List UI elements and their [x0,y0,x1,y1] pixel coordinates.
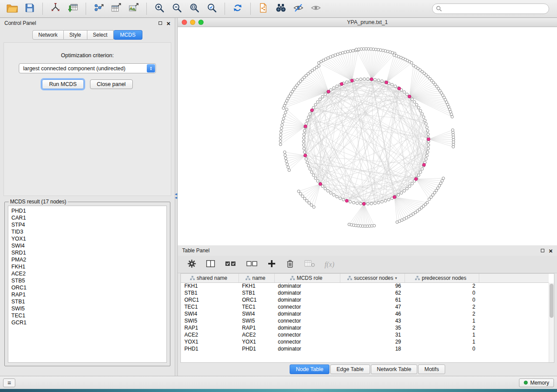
tab-edge-table[interactable]: Edge Table [330,364,370,374]
table-row[interactable]: PHD1PHD1dominator180 [181,345,549,352]
table-cell[interactable]: 46 [340,310,405,317]
column-header-shared-name[interactable]: shared name [181,274,239,282]
export-network-button[interactable] [91,2,107,16]
result-item[interactable]: ORC1 [11,284,163,291]
table-cell[interactable]: 18 [340,345,405,352]
result-item[interactable]: STB5 [11,277,163,284]
column-header-predecessor-nodes[interactable]: predecessor nodes [405,274,479,282]
table-cell[interactable]: connector [274,303,340,310]
show-all-button[interactable] [308,2,324,16]
close-panel-icon[interactable]: × [166,20,170,27]
table-cell[interactable]: RAP1 [181,324,239,331]
float-panel-icon[interactable] [159,21,162,25]
table-row[interactable]: RAP1RAP1dominator352 [181,324,549,331]
result-item[interactable]: STB1 [11,298,163,305]
table-cell[interactable]: 0 [405,345,479,352]
delete-column-button[interactable] [285,259,295,270]
search-input[interactable] [432,3,549,14]
close-panel-button[interactable]: Close panel [90,79,133,89]
table-cell[interactable]: SWI5 [239,317,274,324]
table-cell[interactable]: YOX1 [181,338,239,345]
table-row[interactable]: ORC1ORC1dominator610 [181,296,549,303]
result-item[interactable]: FKH1 [11,263,163,270]
table-cell[interactable]: PHD1 [181,345,239,352]
table-cell[interactable]: 43 [340,317,405,324]
table-cell[interactable]: 0 [405,289,479,296]
table-cell[interactable]: ORC1 [181,296,239,303]
vertical-splitter[interactable]: ◀◀ [175,18,178,376]
table-cell[interactable]: TEC1 [239,303,274,310]
tab-motifs[interactable]: Motifs [418,364,445,374]
column-header-successor-nodes[interactable]: successor nodes▾ [340,274,405,282]
network-graph[interactable] [178,27,557,245]
result-item[interactable]: STP4 [11,221,163,228]
panel-menu-button[interactable]: ≡ [3,378,15,387]
import-network-button[interactable] [48,2,63,16]
table-cell[interactable]: STB1 [181,289,239,296]
select-all-button[interactable] [225,259,237,270]
table-cell[interactable]: connector [274,331,340,338]
result-item[interactable]: YOX1 [11,235,163,242]
table-cell[interactable]: 2 [405,303,479,310]
table-cell[interactable]: dominator [274,289,340,296]
result-item[interactable]: TID3 [11,228,163,235]
column-header-MCDS-role[interactable]: MCDS role [274,274,340,282]
table-cell[interactable]: ORC1 [239,296,274,303]
network-canvas[interactable] [178,27,557,245]
add-column-button[interactable] [267,259,276,270]
tab-select[interactable]: Select [87,30,114,40]
table-cell[interactable]: SWI5 [181,317,239,324]
table-cell[interactable]: 2 [405,324,479,331]
table-cell[interactable]: 47 [340,303,405,310]
tab-mcds[interactable]: MCDS [114,30,142,40]
table-row[interactable]: TEC1TEC1connector472 [181,303,549,310]
close-panel-icon[interactable]: × [549,248,553,254]
tab-node-table[interactable]: Node Table [290,364,329,374]
maximize-window-button[interactable] [198,20,204,25]
minimize-window-button[interactable] [190,20,195,25]
table-cell[interactable]: connector [274,338,340,345]
table-cell[interactable]: SWI4 [239,310,274,317]
result-item[interactable]: PMA2 [11,256,163,263]
result-item[interactable]: PHD1 [11,207,163,214]
result-item[interactable]: SRD1 [11,249,163,256]
table-cell[interactable]: dominator [274,310,340,317]
table-cell[interactable]: ACE2 [181,331,239,338]
show-columns-button[interactable] [206,259,215,270]
zoom-in-button[interactable] [152,2,167,16]
zoom-fit-button[interactable] [187,2,202,16]
table-row[interactable]: SWI5SWI5connector431 [181,317,549,324]
float-panel-icon[interactable] [541,249,544,252]
memory-button[interactable]: Memory [519,378,554,387]
table-cell[interactable]: 31 [340,331,405,338]
find-button[interactable] [273,2,289,16]
save-session-button[interactable] [22,2,38,16]
table-cell[interactable]: TEC1 [181,303,239,310]
table-cell[interactable]: 29 [340,338,405,345]
result-item[interactable]: RAP1 [11,291,163,298]
zoom-out-button[interactable] [169,2,185,16]
table-cell[interactable]: PHD1 [239,345,274,352]
table-cell[interactable]: 0 [405,296,479,303]
table-scrollbar-thumb[interactable] [550,284,554,318]
tab-network[interactable]: Network [32,30,64,40]
table-settings-button[interactable] [187,259,197,270]
result-item[interactable]: SWI5 [11,305,163,312]
table-row[interactable]: YOX1YOX1connector291 [181,338,549,345]
hide-selected-button[interactable] [291,2,306,16]
table-cell[interactable]: connector [274,317,340,324]
table-cell[interactable]: STB1 [239,289,274,296]
tab-network-table[interactable]: Network Table [371,364,418,374]
result-item[interactable]: TEC1 [11,312,163,319]
export-table-button[interactable] [108,2,124,16]
table-cell[interactable]: ACE2 [239,331,274,338]
table-cell[interactable]: FKH1 [181,282,239,289]
column-header-name[interactable]: name [239,274,274,282]
close-window-button[interactable] [182,20,187,25]
table-cell[interactable]: 1 [405,338,479,345]
table-cell[interactable]: 35 [340,324,405,331]
run-mcds-button[interactable]: Run MCDS [42,79,83,89]
table-cell[interactable]: 2 [405,282,479,289]
table-cell[interactable]: 1 [405,331,479,338]
export-image-button[interactable] [126,2,142,16]
